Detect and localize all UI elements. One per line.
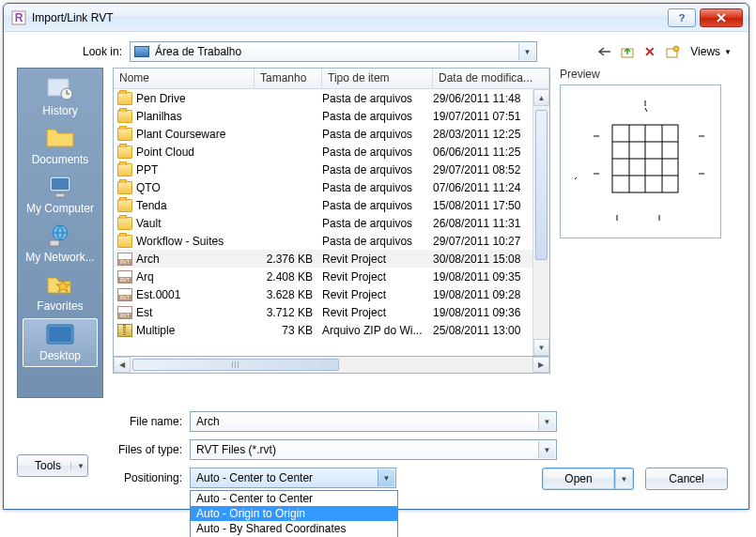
folder-icon: [44, 125, 76, 151]
preview-thumbnail: [560, 84, 721, 238]
filename-value: Arch: [196, 415, 220, 428]
network-icon: [44, 222, 76, 249]
scrollbar-horizontal[interactable]: ◀ ▶: [113, 357, 550, 374]
filename-label: File name:: [113, 415, 190, 428]
folder-icon: [117, 110, 132, 123]
views-label: Views: [690, 45, 720, 58]
zip-icon: [117, 324, 132, 337]
positioning-combo[interactable]: Auto - Center to Center ▼ Auto - Center …: [190, 468, 396, 488]
folder-icon: [117, 235, 132, 248]
svg-rect-8: [52, 178, 69, 190]
filename-combo[interactable]: Arch ▼: [190, 411, 557, 432]
desktop-drive-icon: [134, 46, 149, 57]
help-button[interactable]: ?: [668, 8, 696, 27]
open-button[interactable]: Open: [542, 468, 615, 490]
scrollbar-vertical[interactable]: ▲ ▼: [532, 89, 549, 356]
chevron-down-icon: ▼: [724, 48, 732, 56]
folder-icon: [117, 146, 132, 159]
positioning-option[interactable]: Auto - Origin to Origin: [191, 506, 397, 521]
place-mynetwork[interactable]: My Network...: [23, 221, 98, 268]
file-row[interactable]: TendaPasta de arquivos15/08/2011 17:50: [114, 196, 532, 214]
col-type[interactable]: Tipo de item: [322, 69, 433, 88]
filetype-value: RVT Files (*.rvt): [196, 443, 276, 456]
cancel-button[interactable]: Cancel: [645, 468, 728, 490]
file-row[interactable]: Workflow - SuitesPasta de arquivos29/07/…: [114, 232, 532, 250]
folder-icon: [117, 128, 132, 141]
file-row[interactable]: QTOPasta de arquivos07/06/2011 11:24: [114, 178, 532, 196]
file-row[interactable]: PlanilhasPasta de arquivos19/07/2011 07:…: [114, 107, 532, 125]
places-bar: History Documents My Computer My Network…: [17, 68, 103, 398]
close-button[interactable]: [700, 8, 743, 27]
chevron-down-icon[interactable]: ▼: [518, 43, 535, 60]
scroll-right-icon[interactable]: ▶: [532, 357, 549, 373]
delete-icon[interactable]: ✕: [641, 43, 658, 60]
positioning-option[interactable]: Auto - Center to Center: [191, 491, 397, 506]
svg-point-4: [673, 46, 679, 52]
preview-label: Preview: [560, 68, 721, 81]
chevron-down-icon[interactable]: ▼: [538, 413, 555, 430]
window-title: Import/Link RVT: [32, 11, 668, 24]
lookin-combo[interactable]: Área de Trabalho ▼: [130, 41, 537, 62]
folder-icon: [117, 181, 132, 194]
dialog-window: R Import/Link RVT ? Look in: Área de Tra…: [3, 3, 749, 510]
col-date[interactable]: Data de modifica...: [433, 69, 549, 88]
computer-icon: [44, 174, 76, 200]
place-desktop[interactable]: Desktop: [23, 318, 98, 367]
file-row[interactable]: Plant CoursewarePasta de arquivos28/03/2…: [114, 125, 532, 143]
chevron-down-icon[interactable]: ▼: [538, 441, 555, 458]
rvt-icon: [117, 306, 132, 319]
filetype-combo[interactable]: RVT Files (*.rvt) ▼: [190, 439, 557, 460]
svg-text:R: R: [15, 11, 23, 24]
col-size[interactable]: Tamanho: [255, 69, 322, 88]
up-folder-icon[interactable]: [619, 43, 636, 60]
folder-icon: [117, 217, 132, 230]
file-row[interactable]: VaultPasta de arquivos26/08/2011 11:31: [114, 214, 532, 232]
folder-icon: [117, 92, 132, 105]
file-row[interactable]: Arch2.376 KBRevit Project30/08/2011 15:0…: [114, 250, 532, 268]
positioning-option[interactable]: Auto - By Shared Coordinates: [191, 521, 397, 536]
titlebar[interactable]: R Import/Link RVT ?: [4, 4, 748, 32]
place-mycomputer[interactable]: My Computer: [23, 172, 98, 219]
views-button[interactable]: Views ▼: [687, 43, 735, 60]
svg-rect-13: [49, 327, 71, 342]
lookin-label: Look in:: [17, 45, 122, 58]
rvt-icon: [117, 288, 132, 301]
scroll-thumb[interactable]: [535, 110, 548, 260]
file-row[interactable]: Multiple73 KBArquivo ZIP do Wi...25/08/2…: [114, 321, 532, 339]
positioning-value: Auto - Center to Center: [196, 471, 313, 484]
rvt-icon: [117, 270, 132, 284]
col-name[interactable]: Nome: [114, 69, 255, 88]
scroll-up-icon[interactable]: ▲: [533, 89, 549, 106]
scroll-down-icon[interactable]: ▼: [533, 339, 549, 356]
scroll-thumb-h[interactable]: [132, 359, 339, 371]
history-icon: [44, 76, 76, 102]
back-icon[interactable]: [596, 43, 613, 60]
svg-rect-11: [50, 240, 59, 246]
file-row[interactable]: Est.00013.628 KBRevit Project19/08/2011 …: [114, 285, 532, 303]
scroll-left-icon[interactable]: ◀: [114, 357, 131, 373]
chevron-down-icon[interactable]: ▼: [378, 469, 394, 486]
listview-header[interactable]: Nome Tamanho Tipo de item Data de modifi…: [114, 69, 549, 89]
rvt-icon: [117, 253, 132, 266]
file-row[interactable]: PPTPasta de arquivos29/07/2011 08:52: [114, 161, 532, 178]
file-listview[interactable]: Nome Tamanho Tipo de item Data de modifi…: [113, 68, 550, 357]
desktop-icon: [44, 321, 76, 347]
place-favorites[interactable]: Favorites: [23, 269, 98, 316]
positioning-label: Positioning:: [113, 471, 190, 484]
file-row[interactable]: Pen DrivePasta de arquivos29/06/2011 11:…: [114, 89, 532, 107]
lookin-value: Área de Trabalho: [155, 45, 241, 58]
new-folder-icon[interactable]: [664, 43, 681, 60]
folder-icon: [117, 199, 132, 212]
filetype-label: Files of type:: [113, 443, 190, 456]
place-history[interactable]: History: [23, 74, 98, 121]
place-documents[interactable]: Documents: [23, 123, 98, 170]
file-row[interactable]: Point CloudPasta de arquivos06/06/2011 1…: [114, 143, 532, 161]
favorites-icon: [44, 271, 76, 298]
file-row[interactable]: Est3.712 KBRevit Project19/08/2011 09:36: [114, 303, 532, 321]
svg-rect-9: [55, 193, 65, 197]
file-row[interactable]: Arq2.408 KBRevit Project19/08/2011 09:35: [114, 268, 532, 285]
chevron-down-icon: ▼: [70, 462, 84, 470]
positioning-dropdown[interactable]: Auto - Center to CenterAuto - Origin to …: [190, 490, 398, 537]
open-split-button[interactable]: ▼: [615, 468, 634, 490]
tools-button[interactable]: Tools ▼: [17, 454, 88, 477]
